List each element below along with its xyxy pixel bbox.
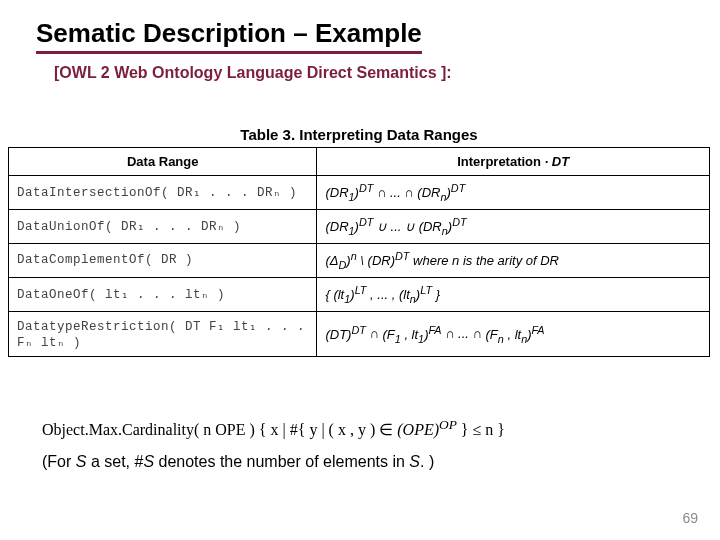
cell-left: DataUnionOf( DR₁ . . . DRₙ ): [9, 209, 317, 243]
page-title: Sematic Description – Example: [36, 18, 422, 54]
bottom-block: Object.Max.Cardinality( n OPE ) { x | #{…: [42, 417, 692, 471]
table3-wrap: Table 3. Interpreting Data Ranges Data R…: [8, 126, 710, 357]
cell-right: (DR1)DT ∪ ... ∪ (DRn)DT: [317, 209, 710, 243]
cell-right: (DR1)DT ∩ ... ∩ (DRn)DT: [317, 176, 710, 210]
subtitle-link: [OWL 2 Web Ontology Language Direct Sema…: [54, 64, 692, 82]
slide: Sematic Description – Example [OWL 2 Web…: [0, 0, 720, 540]
table-body: DataIntersectionOf( DR₁ . . . DRₙ ) (DR1…: [9, 176, 710, 357]
table-row: DataIntersectionOf( DR₁ . . . DRₙ ) (DR1…: [9, 176, 710, 210]
table-header-row: Data Range Interpretation · DT: [9, 148, 710, 176]
table-row: DataUnionOf( DR₁ . . . DRₙ ) (DR1)DT ∪ .…: [9, 209, 710, 243]
table-row: DataOneOf( lt₁ . . . ltₙ ) { (lt1)LT , .…: [9, 277, 710, 311]
cell-left: DatatypeRestriction( DT F₁ lt₁ . . . Fₙ …: [9, 311, 317, 356]
table-row: DatatypeRestriction( DT F₁ lt₁ . . . Fₙ …: [9, 311, 710, 356]
col-interpretation: Interpretation · DT: [317, 148, 710, 176]
table-row: DataComplementOf( DR ) (ΔD)n \ (DR)DT wh…: [9, 243, 710, 277]
cell-right: (DT)DT ∩ (F1 , lt1)FA ∩ ... ∩ (Fn , ltn)…: [317, 311, 710, 356]
col-interpretation-label: Interpretation: [457, 154, 541, 169]
cell-left: DataOneOf( lt₁ . . . ltₙ ): [9, 277, 317, 311]
cell-right: { (lt1)LT , ... , (ltn)LT }: [317, 277, 710, 311]
col-interpretation-super: · DT: [545, 154, 570, 169]
data-range-table: Data Range Interpretation · DT DataInter…: [8, 147, 710, 357]
cell-left: DataIntersectionOf( DR₁ . . . DRₙ ): [9, 176, 317, 210]
cell-right: (ΔD)n \ (DR)DT where n is the arity of D…: [317, 243, 710, 277]
slide-number: 69: [682, 510, 698, 526]
cell-left: DataComplementOf( DR ): [9, 243, 317, 277]
note-line: (For S a set, #S denotes the number of e…: [42, 453, 692, 471]
col-data-range: Data Range: [9, 148, 317, 176]
table-caption: Table 3. Interpreting Data Ranges: [8, 126, 710, 143]
axiom-line: Object.Max.Cardinality( n OPE ) { x | #{…: [42, 417, 692, 439]
